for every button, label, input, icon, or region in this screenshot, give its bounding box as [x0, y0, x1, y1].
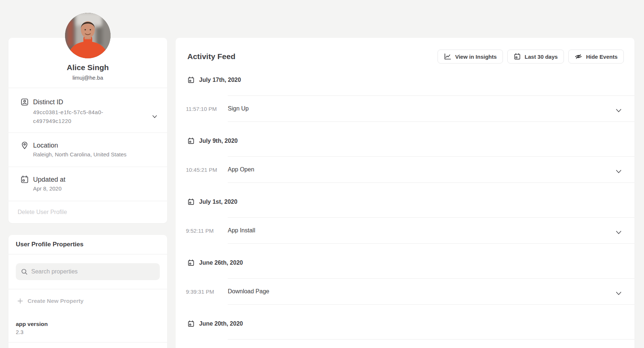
event-row[interactable]: 9:52:11 PMApp Install — [228, 217, 634, 244]
updated-at-section: Updated at Apr 8, 2020 — [8, 167, 167, 201]
location-value: Raleigh, North Carolina, United States — [33, 151, 157, 159]
event-row[interactable]: 11:57:10 PMSign Up — [228, 95, 634, 122]
feed-toolbar: View in Insights Last 30 days Hide Event… — [438, 50, 624, 64]
event-time: 9:52:11 PM — [186, 228, 214, 234]
pin-icon — [20, 141, 29, 150]
create-new-property-button[interactable]: Create New Property — [8, 289, 167, 313]
activity-feed-header: Activity Feed View in Insights Last 30 d… — [176, 38, 634, 64]
date-header: July 1st, 2020 — [187, 197, 634, 206]
calendar-icon — [187, 137, 195, 145]
view-in-insights-label: View in Insights — [455, 54, 497, 60]
date-header: June 20th, 2020 — [187, 319, 634, 328]
chevron-down-icon[interactable] — [616, 168, 621, 171]
event-row[interactable]: 9:39:31 PMDownload Page — [228, 278, 634, 305]
chevron-down-icon[interactable] — [616, 229, 621, 232]
chevron-down-icon[interactable] — [616, 107, 621, 110]
date-header-label: July 1st, 2020 — [199, 199, 237, 205]
plus-icon — [18, 298, 23, 304]
activity-feed-card: Activity Feed View in Insights Last 30 d… — [176, 38, 634, 348]
date-group: July 9th, 202010:45:21 PMApp Open — [176, 137, 634, 183]
event-time: 9:39:31 PM — [186, 289, 214, 295]
date-header: July 17th, 2020 — [187, 76, 634, 84]
date-header: June 26th, 2020 — [187, 258, 634, 267]
calendar-icon — [20, 175, 29, 184]
calendar-icon — [187, 259, 195, 267]
date-group: June 26th, 20209:39:31 PMDownload Page — [176, 258, 634, 305]
search-properties-box[interactable] — [16, 263, 160, 280]
date-group: July 1st, 20209:52:11 PMApp Install — [176, 197, 634, 244]
avatar — [65, 13, 111, 58]
chevron-down-icon[interactable] — [152, 113, 157, 116]
search-input[interactable] — [31, 268, 155, 275]
date-header-label: July 9th, 2020 — [199, 138, 238, 144]
search-section — [8, 254, 167, 289]
event-name: App Open — [228, 166, 254, 173]
property-list: app version2.3 — [8, 313, 167, 342]
date-header-label: June 26th, 2020 — [199, 260, 243, 266]
event-name: Sign Up — [228, 105, 249, 112]
date-header: July 9th, 2020 — [187, 137, 634, 145]
location-section: Location Raleigh, North Carolina, United… — [8, 133, 167, 167]
view-in-insights-button[interactable]: View in Insights — [438, 50, 503, 64]
delete-user-profile-button[interactable]: Delete User Profile — [8, 201, 167, 223]
search-icon — [21, 268, 28, 275]
chevron-down-icon[interactable] — [616, 290, 621, 293]
event-time: 11:57:10 PM — [186, 106, 217, 112]
date-range-label: Last 30 days — [525, 54, 558, 60]
date-header-label: July 17th, 2020 — [199, 77, 241, 83]
property-list-item: app version2.3 — [8, 313, 167, 342]
updated-at-value: Apr 8, 2020 — [33, 185, 157, 193]
calendar-icon — [514, 53, 521, 60]
profile-name: Alice Singh — [8, 62, 167, 73]
event-time: 10:45:21 PM — [186, 167, 217, 173]
updated-at-label: Updated at — [33, 175, 157, 184]
eye-off-icon — [575, 53, 582, 60]
activity-feed-list: July 17th, 202011:57:10 PMSign UpJuly 9t… — [176, 76, 634, 348]
user-profile-properties-card: User Profile Properties Create New Prope… — [8, 235, 167, 348]
hide-events-button[interactable]: Hide Events — [568, 50, 624, 64]
calendar-icon — [187, 320, 195, 327]
distinct-id-section: Distinct ID 49cc0381-e1fc-57c5-84a0-c497… — [8, 88, 167, 133]
page-title: Activity Feed — [187, 52, 235, 61]
distinct-id-label: Distinct ID — [33, 98, 157, 106]
location-label: Location — [33, 141, 157, 150]
event-name: App Install — [228, 227, 255, 234]
date-group: June 20th, 2020 — [176, 319, 634, 348]
event-row[interactable]: 10:45:21 PMApp Open — [228, 156, 634, 183]
date-header-label: June 20th, 2020 — [199, 320, 243, 327]
user-photo-avatar — [65, 13, 111, 58]
property-name: app version — [16, 320, 160, 328]
event-row[interactable] — [228, 339, 634, 348]
properties-card-title: User Profile Properties — [8, 235, 167, 254]
profile-email: limuj@he.ba — [8, 74, 167, 81]
calendar-icon — [187, 76, 195, 84]
line-chart-icon — [444, 53, 451, 60]
distinct-id-value: 49cc0381-e1fc-57c5-84a0-c497949c1220 — [33, 108, 120, 126]
id-card-icon — [20, 98, 29, 106]
hide-events-label: Hide Events — [586, 54, 618, 60]
calendar-icon — [187, 198, 195, 206]
event-name: Download Page — [228, 288, 269, 295]
date-group: July 17th, 202011:57:10 PMSign Up — [176, 76, 634, 122]
user-profile-card: Alice Singh limuj@he.ba Distinct ID 49cc… — [8, 38, 167, 223]
date-range-button[interactable]: Last 30 days — [507, 50, 564, 64]
create-new-property-label: Create New Property — [28, 298, 83, 304]
property-value: 2.3 — [16, 328, 160, 336]
